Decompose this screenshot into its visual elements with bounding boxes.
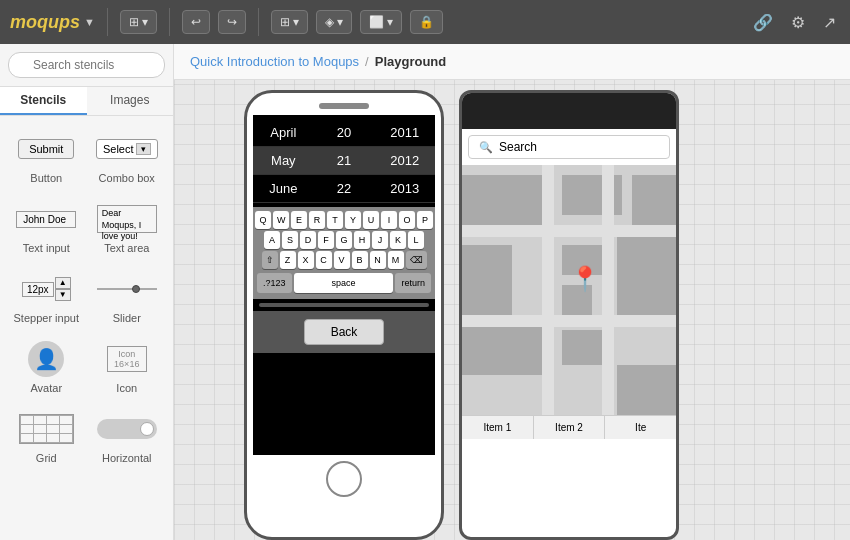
key-j[interactable]: J — [372, 231, 388, 249]
key-a[interactable]: A — [264, 231, 280, 249]
kb-bottom-row: .?123 space return — [255, 271, 433, 295]
key-f[interactable]: F — [318, 231, 334, 249]
canvas[interactable]: Quick Introduction to Moqups / Playgroun… — [174, 44, 850, 540]
stencil-item-stepper[interactable]: 12px ▲ ▼ Stepper input — [8, 264, 85, 330]
phone-1-home-button[interactable] — [326, 461, 362, 497]
tab-item-1[interactable]: Item 1 — [462, 416, 534, 439]
stencil-preview-textarea: Dear Moqups, I love you! — [97, 200, 157, 238]
stencil-label-icon: Icon — [116, 382, 137, 394]
key-space[interactable]: space — [294, 273, 394, 293]
key-c[interactable]: C — [316, 251, 332, 269]
textarea-preview: Dear Moqups, I love you! — [97, 205, 157, 233]
date-row-selected: May — [253, 147, 314, 175]
stencil-item-grid[interactable]: Grid — [8, 404, 85, 470]
key-n[interactable]: N — [370, 251, 386, 269]
key-return[interactable]: return — [395, 273, 431, 293]
key-shift[interactable]: ⇧ — [262, 251, 278, 269]
date-row-selected: 2012 — [374, 147, 435, 175]
redo-button[interactable]: ↪ — [218, 10, 246, 34]
tab-item-2[interactable]: Item 2 — [534, 416, 606, 439]
diagram-dropdown-icon: ▾ — [142, 15, 148, 29]
key-num[interactable]: .?123 — [257, 273, 292, 293]
key-s[interactable]: S — [282, 231, 298, 249]
back-button[interactable]: Back — [304, 319, 384, 345]
stencil-label-horizontal: Horizontal — [102, 452, 152, 464]
slider-thumb[interactable] — [132, 285, 140, 293]
slider-preview — [97, 283, 157, 295]
arrange-button[interactable]: ⊞ ▾ — [271, 10, 308, 34]
grid-preview — [19, 414, 74, 444]
map-search-bar[interactable]: 🔍 Search — [468, 135, 670, 159]
stepper-preview: 12px ▲ ▼ — [22, 277, 71, 300]
map-search-text: Search — [499, 140, 537, 154]
stepper-up-button[interactable]: ▲ — [55, 277, 71, 289]
toolbar: moqups ▼ ⊞ ▾ ↩ ↪ ⊞ ▾ ◈ ▾ ⬜ ▾ 🔒 🔗 ⚙ ↗ — [0, 0, 850, 44]
tab-stencils[interactable]: Stencils — [0, 87, 87, 115]
key-m[interactable]: M — [388, 251, 404, 269]
page-icon: ⬜ — [369, 15, 384, 29]
map-block — [462, 245, 512, 315]
key-d[interactable]: D — [300, 231, 316, 249]
key-o[interactable]: O — [399, 211, 415, 229]
date-picker-rows: April May June 20 21 22 2011 — [253, 119, 435, 203]
stepper-down-button[interactable]: ▼ — [55, 289, 71, 301]
stencil-item-icon[interactable]: Icon 16×16 Icon — [89, 334, 166, 400]
key-h[interactable]: H — [354, 231, 370, 249]
stencil-item-textinput[interactable]: John Doe Text input — [8, 194, 85, 260]
key-p[interactable]: P — [417, 211, 433, 229]
key-r[interactable]: R — [309, 211, 325, 229]
textinput-preview: John Doe — [16, 211, 76, 228]
key-g[interactable]: G — [336, 231, 352, 249]
breadcrumb-parent-link[interactable]: Quick Introduction to Moqups — [190, 54, 359, 69]
stencil-item-combo[interactable]: Select ▾ Combo box — [89, 124, 166, 190]
map-container[interactable]: 📍 — [462, 165, 676, 415]
diagram-view-button[interactable]: ⊞ ▾ — [120, 10, 157, 34]
lock-button[interactable]: 🔒 — [410, 10, 443, 34]
undo-button[interactable]: ↩ — [182, 10, 210, 34]
date-row: 2013 — [374, 175, 435, 203]
map-pin-icon: 📍 — [570, 265, 600, 293]
stencil-preview-stepper: 12px ▲ ▼ — [22, 270, 71, 308]
map-block — [462, 325, 542, 375]
key-l[interactable]: L — [408, 231, 424, 249]
page-button[interactable]: ⬜ ▾ — [360, 10, 402, 34]
key-x[interactable]: X — [298, 251, 314, 269]
key-u[interactable]: U — [363, 211, 379, 229]
key-e[interactable]: E — [291, 211, 307, 229]
key-t[interactable]: T — [327, 211, 343, 229]
search-input[interactable] — [8, 52, 165, 78]
stencil-preview-textinput: John Doe — [16, 200, 76, 238]
stencil-item-textarea[interactable]: Dear Moqups, I love you! Text area — [89, 194, 166, 260]
back-section: Back — [253, 311, 435, 353]
stencil-item-slider[interactable]: Slider — [89, 264, 166, 330]
key-b[interactable]: B — [352, 251, 368, 269]
key-z[interactable]: Z — [280, 251, 296, 269]
date-col-month: April May June — [253, 119, 314, 203]
key-k[interactable]: K — [390, 231, 406, 249]
tab-item-3[interactable]: Ite — [605, 416, 676, 439]
button-preview: Submit — [18, 139, 74, 159]
left-panel: 🔍 Stencils Images Submit Button Se — [0, 44, 174, 540]
breadcrumb: Quick Introduction to Moqups / Playgroun… — [174, 44, 850, 80]
kb-row-2: A S D F G H J K L — [255, 231, 433, 249]
logo-dropdown-icon[interactable]: ▼ — [84, 16, 95, 28]
stencil-item-horizontal[interactable]: Horizontal — [89, 404, 166, 470]
share-icon[interactable]: ↗ — [819, 9, 840, 36]
avatar-preview: 👤 — [28, 341, 64, 377]
phone-1-outer: April May June 20 21 22 2011 — [244, 90, 444, 540]
phone-2-tab-bar: Item 1 Item 2 Ite — [462, 415, 676, 439]
tab-images[interactable]: Images — [87, 87, 174, 115]
stencil-item-button[interactable]: Submit Button — [8, 124, 85, 190]
key-w[interactable]: W — [273, 211, 289, 229]
stencil-item-avatar[interactable]: 👤 Avatar — [8, 334, 85, 400]
settings-icon[interactable]: ⚙ — [787, 9, 809, 36]
key-backspace[interactable]: ⌫ — [406, 251, 427, 269]
key-v[interactable]: V — [334, 251, 350, 269]
link-icon[interactable]: 🔗 — [749, 9, 777, 36]
search-box: 🔍 — [0, 44, 173, 87]
layers-button[interactable]: ◈ ▾ — [316, 10, 352, 34]
key-y[interactable]: Y — [345, 211, 361, 229]
key-q[interactable]: Q — [255, 211, 271, 229]
key-i[interactable]: I — [381, 211, 397, 229]
date-picker[interactable]: April May June 20 21 22 2011 — [253, 115, 435, 207]
